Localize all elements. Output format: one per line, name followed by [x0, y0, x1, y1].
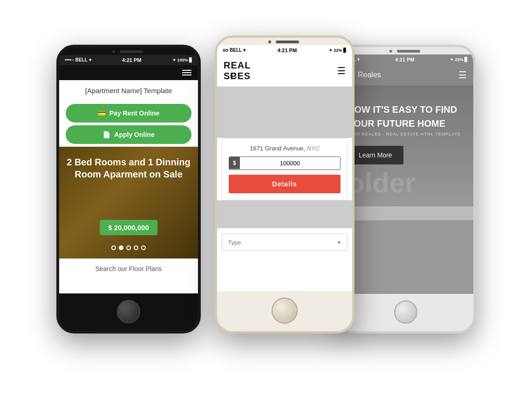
home-button-middle[interactable] — [272, 298, 298, 324]
home-button-left[interactable] — [117, 300, 140, 323]
dot-1[interactable] — [111, 245, 116, 250]
phone-bottom-right — [338, 294, 473, 331]
phone-top-middle — [217, 38, 352, 45]
speaker-left — [120, 50, 143, 53]
status-signal-middle: oo BELL ▾ — [223, 48, 246, 53]
phone-bottom-middle — [217, 291, 352, 331]
phone-right: BELL ▾ 4:21 PM ✦ 22% ▊ 🏠 Reales ☰ NOW IT… — [336, 45, 476, 333]
chevron-down-icon: ▼ — [337, 240, 341, 245]
status-battery-right: ✦ 22% ▊ — [450, 57, 468, 62]
hero-subtitle-right: WITH REALES - REAL ESTATE HTML TEMPLATE — [348, 132, 464, 136]
dot-2[interactable] — [119, 245, 123, 250]
learn-more-button[interactable]: Learn More — [348, 146, 403, 164]
phone-left: ••••○ BELL ▾ 4:21 PM ✦ 100% ▊ [Apartment… — [56, 45, 201, 333]
camera-icon-right — [389, 50, 392, 53]
hamburger-line-2 — [182, 72, 191, 73]
middle-nav: REAL SPCES ☰ — [217, 55, 352, 87]
pay-rent-label: Pay Rent Online — [109, 109, 159, 117]
floor-plans-text: Search our Floor Plans — [59, 259, 198, 279]
dollar-label: $ — [229, 157, 240, 169]
speaker-right — [397, 50, 420, 53]
speaker-middle — [276, 41, 299, 43]
status-bar-middle: oo BELL ▾ 4:21 PM ✦ 22% ▊ — [217, 45, 352, 55]
type-placeholder: Type — [228, 239, 241, 246]
type-dropdown[interactable]: Type ▼ — [222, 234, 348, 251]
status-battery-left: ✦ 100% ▊ — [172, 58, 192, 62]
hero-section-left: 2 Bed Rooms and 1 Dinning Room Aparment … — [59, 147, 198, 259]
brand-name-middle: REAL SPCES — [224, 60, 234, 82]
gray-section-bottom — [217, 200, 352, 228]
camera-icon-middle — [268, 41, 271, 43]
phone-bottom-left — [59, 293, 198, 331]
brand-text-middle2: CES — [230, 71, 234, 82]
phone-top-right — [338, 47, 473, 54]
right-bottom-strip — [338, 206, 473, 220]
phone-top-left — [59, 48, 198, 55]
slider-dots — [111, 245, 146, 250]
camera-icon-left — [112, 50, 115, 53]
screen-left: [Apartment Name] Template 💳 Pay Rent Onl… — [59, 65, 198, 293]
document-icon: 📄 — [102, 131, 110, 138]
price-input-row: $ 100000 — [229, 156, 341, 170]
left-nav — [59, 65, 198, 80]
apply-online-label: Apply Online — [114, 131, 154, 138]
status-time-middle: 4:21 PM — [278, 48, 297, 53]
status-time-left: 4:21 PM — [122, 57, 142, 63]
property-address: 1671 Grand Avenue, NYC — [229, 145, 341, 152]
hero-title-line1: NOW IT'S EASY TO FIND — [348, 104, 464, 115]
phones-container: ••••○ BELL ▾ 4:21 PM ✦ 100% ▊ [Apartment… — [33, 17, 499, 399]
property-card: 1671 Grand Avenue, NYC $ 100000 Details — [222, 138, 348, 200]
status-signal-left: ••••○ BELL ▾ — [65, 57, 91, 62]
status-bar-left: ••••○ BELL ▾ 4:21 PM ✦ 100% ▊ — [59, 55, 198, 65]
phone-middle: oo BELL ▾ 4:21 PM ✦ 22% ▊ REAL SPCES ☰ — [215, 35, 355, 333]
credit-card-icon: 💳 — [98, 109, 106, 117]
hamburger-right[interactable]: ☰ — [458, 69, 467, 81]
status-time-right: 4:21 PM — [395, 57, 415, 62]
screen-right: 🏠 Reales ☰ NOW IT'S EASY TO FIND YOUR FU… — [338, 65, 473, 294]
pay-rent-button[interactable]: 💳 Pay Rent Online — [66, 104, 191, 122]
hamburger-line-3 — [182, 75, 191, 75]
status-battery-middle: ✦ 22% ▊ — [329, 48, 347, 53]
hamburger-middle[interactable]: ☰ — [337, 65, 346, 76]
right-hero: NOW IT'S EASY TO FIND YOUR FUTURE HOME W… — [338, 85, 473, 206]
screen-middle: REAL SPCES ☰ 1671 Grand Avenue, NYC $ 10… — [217, 55, 352, 291]
hamburger-line-1 — [182, 70, 191, 71]
details-button[interactable]: Details — [229, 175, 341, 193]
placeholder-text: older — [348, 169, 464, 197]
dot-4[interactable] — [134, 245, 138, 250]
price-badge-left: $ 20,000,000 — [100, 220, 157, 235]
dot-3[interactable] — [126, 245, 131, 250]
apply-online-button[interactable]: 📄 Apply Online — [66, 125, 191, 144]
hero-title-line2: YOUR FUTURE HOME — [348, 118, 464, 129]
brand-name-right: Reales — [358, 71, 381, 79]
hamburger-menu-left[interactable] — [182, 70, 191, 75]
status-bar-right: BELL ▾ 4:21 PM ✦ 22% ▊ — [338, 54, 473, 65]
hero-text: 2 Bed Rooms and 1 Dinning Room Aparment … — [59, 156, 198, 180]
dot-5[interactable] — [141, 245, 146, 250]
right-nav: 🏠 Reales ☰ — [338, 65, 473, 85]
address-text: 1671 Grand Avenue, — [250, 145, 305, 152]
gray-section-top — [217, 87, 352, 138]
brand-text-middle: REAL SP — [224, 60, 227, 82]
apartment-title: [Apartment Name] Template — [59, 80, 198, 101]
city-text: NYC — [307, 145, 320, 152]
home-button-right[interactable] — [394, 300, 417, 324]
price-value: 100000 — [240, 157, 340, 170]
